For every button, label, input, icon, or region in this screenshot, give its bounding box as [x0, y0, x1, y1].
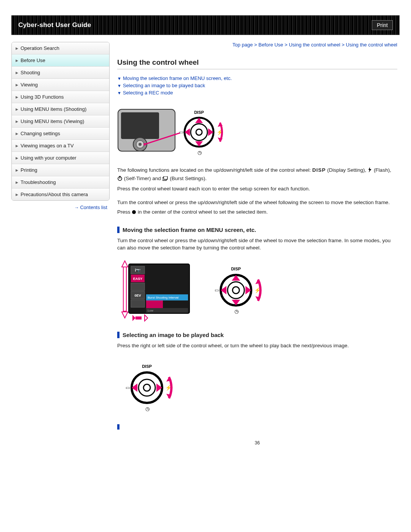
sidebar-item-changing-settings[interactable]: ▶Changing settings — [12, 128, 109, 140]
header-bar: Cyber-shot User Guide Print — [11, 15, 400, 35]
toc-label: Selecting an image to be played back — [123, 83, 205, 88]
sidebar-item-label: Operation Search — [21, 45, 59, 51]
sidebar-item-label: Precautions/About this camera — [21, 192, 88, 197]
caret-down-icon: ▼ — [117, 76, 121, 81]
sidebar-item-precautions[interactable]: ▶Precautions/About this camera — [12, 189, 109, 200]
contents-list-link[interactable]: →Contents list — [74, 204, 107, 210]
svg-text:i📷: i📷 — [135, 268, 141, 273]
flash-icon — [368, 167, 372, 175]
toc-label: Selecting a REC mode — [123, 90, 173, 96]
section-heading-selecting-image: Selecting an image to be played back — [117, 332, 397, 338]
svg-rect-1 — [121, 112, 159, 139]
burst-icon — [162, 176, 169, 183]
caret-down-icon: ▼ — [117, 91, 121, 95]
svg-point-4 — [139, 143, 142, 146]
toc-label: Moving the selection frame on MENU scree… — [123, 75, 232, 81]
svg-text:◷: ◷ — [198, 150, 202, 155]
sidebar-item-label: Using MENU items (Shooting) — [21, 106, 86, 112]
sidebar-item-3d-functions[interactable]: ▶Using 3D Functions — [12, 91, 109, 103]
center-dot-icon — [132, 209, 136, 217]
sidebar-item-viewing[interactable]: ▶Viewing — [12, 79, 109, 91]
svg-rect-32 — [131, 283, 145, 291]
sidebar-item-menu-shooting[interactable]: ▶Using MENU items (Shooting) — [12, 103, 109, 115]
sidebar-item-printing[interactable]: ▶Printing — [12, 164, 109, 176]
sidebar-item-label: Before Use — [21, 58, 45, 63]
svg-marker-41 — [122, 261, 128, 267]
svg-rect-42 — [123, 267, 126, 311]
sidebar-item-label: Shooting — [21, 70, 40, 75]
svg-text:◷: ◷ — [145, 406, 150, 412]
illustration-wheel-playback: DISP ▭ ⚡ ◷ — [117, 356, 397, 417]
svg-text:Low: Low — [148, 309, 153, 312]
self-timer-icon — [117, 176, 123, 183]
sidebar-item-label: Viewing — [21, 82, 38, 88]
caret-icon: ▶ — [16, 83, 18, 87]
illustration-camera-wheel: DISP ▭ ⚡ ◷ — [117, 102, 397, 160]
svg-text:▭: ▭ — [126, 385, 130, 390]
svg-point-6 — [143, 143, 146, 145]
sidebar-item-operation-search[interactable]: ▶Operation Search — [12, 42, 109, 54]
paragraph-turn-wheel: Turn the control wheel or press the up/d… — [117, 199, 397, 206]
toc-link-selecting-rec[interactable]: ▼Selecting a REC mode — [117, 90, 397, 96]
sidebar-item-label: Viewing images on a TV — [21, 143, 74, 149]
caret-icon: ▶ — [16, 168, 18, 172]
svg-marker-46 — [145, 315, 148, 321]
svg-text:DISP: DISP — [231, 267, 241, 271]
sidebar-item-label: Changing settings — [21, 131, 60, 136]
sidebar-item-label: Using with your computer — [21, 155, 76, 161]
paragraph-press-setup: Press the control wheel toward each icon… — [117, 185, 397, 193]
paragraph-moving: Turn the control wheel or press the up/d… — [117, 237, 397, 252]
svg-rect-35 — [131, 300, 145, 307]
caret-icon: ▶ — [16, 181, 18, 184]
breadcrumb[interactable]: Top page > Before Use > Using the contro… — [117, 42, 397, 48]
svg-text:DISP: DISP — [142, 364, 152, 369]
svg-point-26 — [132, 210, 136, 214]
svg-marker-43 — [122, 312, 128, 318]
sidebar-item-label: Printing — [21, 167, 37, 173]
caret-icon: ▶ — [16, 156, 18, 160]
svg-text:▭: ▭ — [179, 129, 183, 135]
svg-text:DISP: DISP — [194, 110, 204, 115]
sidebar-item-label: Using MENU items (Viewing) — [21, 118, 84, 124]
toc-link-selecting-image[interactable]: ▼Selecting an image to be played back — [117, 83, 397, 88]
page-number: 36 — [117, 440, 397, 446]
caret-icon: ▶ — [16, 132, 18, 136]
svg-rect-25 — [164, 176, 167, 179]
sidebar-item-before-use[interactable]: ▶Before Use — [12, 54, 109, 67]
contents-list-label: Contents list — [80, 204, 107, 210]
toc-link-moving[interactable]: ▼Moving the selection frame on MENU scre… — [117, 75, 397, 81]
paragraph-functions: The following functions are located on t… — [117, 166, 397, 183]
caret-icon: ▶ — [16, 144, 18, 148]
svg-text:◷: ◷ — [234, 308, 239, 314]
title-rule — [117, 69, 397, 69]
caret-icon: ▶ — [16, 120, 18, 123]
caret-icon: ▶ — [16, 71, 18, 75]
caret-icon: ▶ — [16, 107, 18, 111]
print-button[interactable]: Print — [372, 20, 393, 30]
paragraph-selecting-image: Press the right or left side of the cont… — [117, 342, 397, 350]
sidebar-item-shooting[interactable]: ▶Shooting — [12, 67, 109, 79]
sidebar-item-troubleshooting[interactable]: ▶Troubleshooting — [12, 176, 109, 189]
svg-marker-44 — [132, 315, 135, 321]
section-heading-partial — [117, 424, 397, 430]
sidebar-item-label: Using 3D Functions — [21, 94, 64, 100]
page-title: Using the control wheel — [117, 58, 397, 67]
svg-rect-38 — [146, 300, 163, 308]
sidebar-item-label: Troubleshooting — [21, 179, 56, 185]
app-title: Cyber-shot User Guide — [18, 21, 91, 29]
svg-marker-20 — [368, 167, 371, 173]
sidebar-item-menu-viewing[interactable]: ▶Using MENU items (Viewing) — [12, 115, 109, 128]
svg-rect-45 — [135, 316, 142, 320]
svg-text:▭: ▭ — [215, 288, 219, 293]
caret-down-icon: ▼ — [117, 83, 121, 88]
caret-icon: ▶ — [16, 95, 18, 99]
svg-point-10 — [196, 129, 202, 135]
sidebar-item-tv[interactable]: ▶Viewing images on a TV — [12, 140, 109, 152]
sidebar-item-computer[interactable]: ▶Using with your computer — [12, 152, 109, 164]
arrow-icon: → — [74, 205, 79, 210]
disp-icon: DISP — [312, 167, 326, 173]
caret-icon: ▶ — [16, 59, 18, 62]
paragraph-press-center: Press in the center of the control wheel… — [117, 208, 397, 217]
svg-point-50 — [233, 287, 239, 294]
svg-text:Burst Shooting Interval: Burst Shooting Interval — [148, 296, 178, 299]
